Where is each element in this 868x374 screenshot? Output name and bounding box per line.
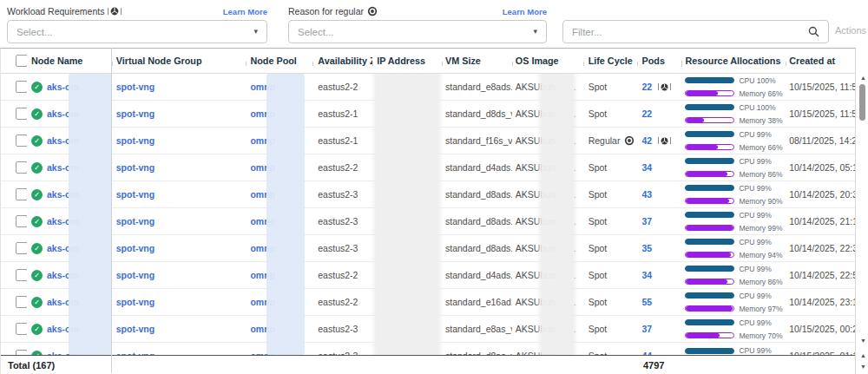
reason-learn-more-link[interactable]: Learn More [503,7,547,16]
node-healthy-icon: ✓ [31,216,43,227]
virtual-node-group-link[interactable]: spot-vng [116,243,155,253]
virtual-node-group-link[interactable]: spot-vng [116,162,155,173]
virtual-node-group-link[interactable]: spot-vng [116,108,155,119]
memory-bar-row: Memory 90% [685,197,782,206]
pods-count-link[interactable]: 34 [642,270,653,280]
actions-button[interactable]: Actions [835,25,866,36]
col-header-node-pool[interactable]: Node Pool [246,56,312,66]
pods-count-link[interactable]: 37 [642,216,653,226]
row-checkbox[interactable] [16,135,27,147]
cpu-usage-label: CPU 99% [739,318,771,327]
row-checkbox[interactable] [16,323,27,335]
row-checkbox[interactable] [16,269,27,281]
vertical-scrollbar-thumb[interactable] [859,84,865,121]
node-healthy-icon: ✓ [31,270,43,281]
pods-count-link[interactable]: 22 [642,108,653,119]
memory-usage-label: Memory 38% [739,116,782,125]
virtual-node-group-cell: spot-vng [112,270,247,280]
row-checkbox-cell [1,108,27,120]
col-header-life-cycle[interactable]: Life Cycle [583,56,637,66]
os-image-tail: . [574,270,583,280]
life-cycle-text: Spot [589,324,608,334]
memory-usage-fill [686,91,717,95]
col-header-vm-size[interactable]: VM Size [442,56,512,66]
workload-requirements-label: Workload Requirements [7,6,122,16]
os-image-tail: . [574,108,583,119]
virtual-node-group-cell: spot-vng [112,216,247,226]
cpu-bar-row: CPU 99% [685,211,782,220]
col-header-created-at[interactable]: Created at [786,56,855,66]
outer-scroll-up-button[interactable]: ▲ [858,352,868,358]
row-checkbox[interactable] [16,242,27,254]
col-header-os-image[interactable]: OS Image [512,56,583,66]
memory-bar-row: Memory 86% [685,278,782,286]
col-header-pods[interactable]: Pods [637,56,682,66]
node-healthy-icon: ✓ [31,82,43,93]
memory-bar-row: Memory 94% [685,251,782,259]
redacted-os-image-strip [542,74,573,355]
cpu-usage-fill [685,348,733,354]
vm-size-cell: standard_d8ads... [442,243,512,253]
cpu-usage-fill [685,266,733,272]
workload-learn-more-link[interactable]: Learn More [223,7,267,16]
pods-cell: 37 [637,216,682,226]
virtual-node-group-link[interactable]: spot-vng [116,324,155,334]
resource-bars: CPU 99% Memory 66% [685,130,782,152]
virtual-node-group-link[interactable]: spot-vng [116,82,155,92]
row-checkbox[interactable] [16,215,27,227]
pods-count-link[interactable]: 42 [642,135,653,146]
life-cycle-cell: Spot [583,297,637,307]
virtual-node-group-link[interactable]: spot-vng [116,189,155,200]
cpu-usage-label: CPU 99% [739,157,771,166]
resource-bars: CPU 100% Memory 66% [685,76,782,98]
col-header-resource-allocations[interactable]: Resource Allocations ↓ ≡ [681,55,786,67]
os-image-tail: . [574,82,583,92]
outer-scroll-down-button[interactable]: ▼ [858,364,868,370]
scroll-up-button[interactable]: ▲ [858,75,868,81]
virtual-node-group-cell: spot-vng [112,297,247,307]
availability-zone-cell: eastus2-2 [312,82,372,92]
select-all-checkbox[interactable] [16,55,27,67]
pods-count-link[interactable]: 37 [642,324,653,334]
reason-for-regular-select[interactable]: Select... ▾ [288,20,547,43]
vm-size-cell: standard_d4ads... [442,162,512,173]
col-header-availability-zone[interactable]: Availability Zone [312,56,372,66]
row-checkbox[interactable] [16,188,27,200]
memory-usage-fill [686,333,720,338]
virtual-node-group-link[interactable]: spot-vng [116,297,155,307]
pods-count-link[interactable]: 22 [642,82,653,92]
workload-requirements-text: Workload Requirements [7,6,104,16]
virtual-node-group-link[interactable]: spot-vng [116,216,155,226]
col-header-ip-address[interactable]: IP Address [372,56,442,66]
scroll-down-button[interactable]: ▼ [858,338,868,344]
life-cycle-cell: Spot [583,270,637,280]
virtual-node-group-link[interactable]: spot-vng [116,270,155,280]
resource-bars: CPU 99% Memory 86% [685,265,782,286]
table-footer: Total (167) 4797 [1,355,855,374]
pods-count-link[interactable]: 34 [642,162,653,173]
virtual-node-group-link[interactable]: spot-vng [116,135,155,146]
row-checkbox[interactable] [16,296,27,308]
row-checkbox[interactable] [16,81,27,93]
filter-input[interactable]: Filter... [562,20,829,43]
resource-allocations-cell: CPU 100% Memory 38% [681,103,786,125]
availability-zone-cell: eastus2-2 [312,297,372,307]
col-header-virtual-node-group[interactable]: Virtual Node Group [112,56,247,66]
pods-count-link[interactable]: 43 [642,189,653,200]
memory-usage-bar [685,252,734,258]
memory-usage-fill [686,253,731,257]
availability-zone-cell: eastus2-3 [312,189,372,200]
workload-requirements-select[interactable]: Select... ▾ [7,20,267,43]
cpu-usage-fill [685,77,734,83]
created-at-cell: 10/15/2025, 00:2... [786,324,855,334]
col-header-node-name[interactable]: Node Name [27,56,112,66]
pods-count-link[interactable]: 35 [642,243,653,253]
row-checkbox[interactable] [16,161,27,174]
created-at-cell: 10/14/2025, 23:1... [786,297,855,307]
pods-cell: 37 [637,324,682,334]
row-checkbox[interactable] [16,108,27,120]
resource-allocations-text: Resource Allocations [685,56,780,66]
cpu-usage-bar [685,239,734,245]
pods-count-link[interactable]: 55 [642,297,653,307]
life-cycle-cell: Spot [583,82,637,92]
